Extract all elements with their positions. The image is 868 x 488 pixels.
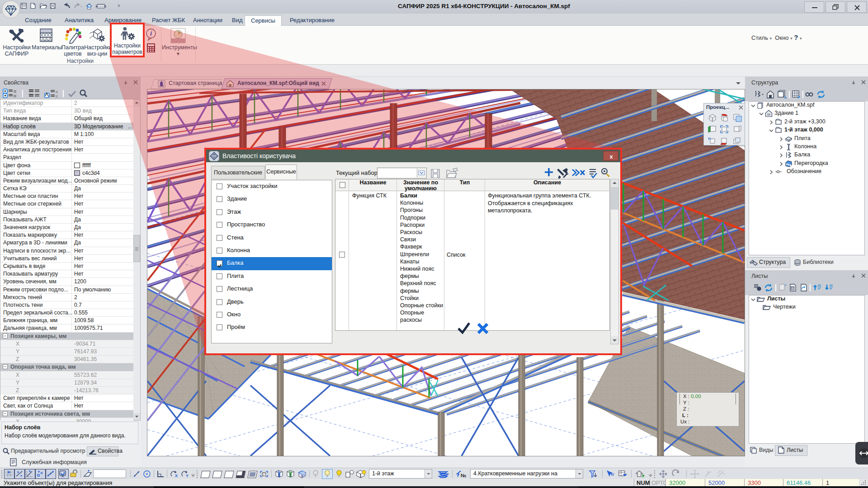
svg-text:x: x [609,153,613,160]
svg-text:№: № [461,473,466,478]
svg-text:X: X [175,474,178,478]
svg-text:Y: Y [186,474,189,478]
svg-text:i: i [150,29,152,37]
